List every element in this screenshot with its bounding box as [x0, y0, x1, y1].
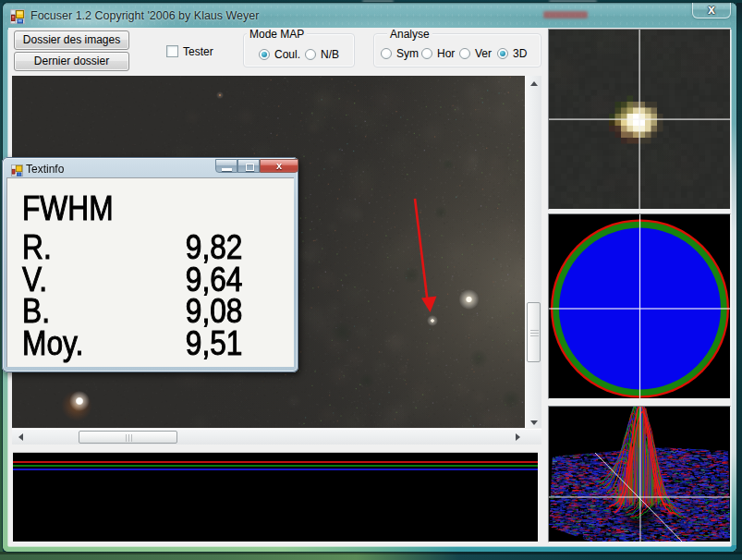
- radio-hor-circle[interactable]: [421, 48, 432, 59]
- profile-line-green: [13, 465, 538, 467]
- minimize-icon: [222, 168, 232, 171]
- radio-coul[interactable]: Coul.: [259, 48, 300, 61]
- horizontal-scrollbar-thumb[interactable]: [79, 431, 177, 444]
- textinfo-window[interactable]: Textinfo x FWHM R. 9,82 V. 9,64 B. 9,08: [2, 157, 298, 372]
- dernier-dossier-button[interactable]: Dernier dossier: [14, 52, 129, 71]
- window-frame-right: [730, 3, 736, 552]
- thumb-grip: [530, 330, 539, 336]
- radio-ver-label: Ver: [475, 47, 492, 60]
- analyse-group-label: Analyse: [387, 28, 432, 41]
- fwhm-row-mean: Moy. 9,51: [22, 328, 242, 360]
- psf-3d-image: [549, 407, 730, 542]
- scroll-left-icon[interactable]: [18, 433, 23, 441]
- fwhm-value: 9,82: [186, 232, 243, 264]
- fwhm-value: 9,64: [186, 264, 243, 297]
- fwhm-heading: FWHM: [22, 189, 242, 228]
- desktop-edge-right: [736, 3, 742, 553]
- close-icon: x: [693, 3, 730, 17]
- scroll-right-icon[interactable]: [516, 433, 520, 441]
- desktop-edge-bottom: [0, 552, 742, 560]
- thumb-grip: [126, 434, 133, 442]
- radio-ver[interactable]: Ver: [459, 47, 492, 60]
- radio-sym[interactable]: Sym: [381, 47, 419, 60]
- minimize-button[interactable]: [215, 159, 237, 173]
- textinfo-client: FWHM R. 9,82 V. 9,64 B. 9,08 Moy. 9,51: [6, 177, 294, 367]
- psf-3d-panel: [548, 406, 731, 542]
- fwhm-label: B.: [22, 296, 50, 328]
- star-zoom-image: [549, 30, 730, 209]
- radio-3d[interactable]: 3D: [497, 47, 527, 60]
- vertical-scrollbar-thumb[interactable]: [527, 302, 541, 362]
- profile-line-red: [13, 461, 538, 463]
- tester-checkbox-label: Tester: [183, 45, 213, 58]
- fwhm-row-red: R. 9,82: [22, 232, 242, 264]
- fwhm-row-green: V. 9,64: [22, 264, 242, 297]
- radio-3d-circle[interactable]: [497, 48, 508, 59]
- fwhm-value: 9,08: [186, 296, 243, 328]
- focus-circle-panel: [548, 213, 731, 399]
- radio-nb[interactable]: N/B: [305, 48, 339, 61]
- window-frame-bottom: [3, 545, 736, 552]
- app-icon: [10, 9, 25, 24]
- radio-coul-label: Coul.: [274, 48, 300, 61]
- horizontal-scrollbar[interactable]: [12, 429, 541, 444]
- background-red-artifact: [543, 11, 588, 18]
- maximize-icon: [246, 164, 254, 171]
- maximize-button[interactable]: [237, 159, 260, 173]
- profile-line-blue: [13, 469, 538, 471]
- window-title: Focuser 1.2 Copyright '2006 by Klaus Wey…: [30, 9, 259, 22]
- mode-map-group: Mode MAP Coul. N/B: [243, 33, 355, 67]
- fwhm-label: R.: [22, 232, 52, 264]
- fwhm-label: V.: [22, 264, 47, 297]
- textinfo-title: Textinfo: [26, 163, 64, 176]
- textinfo-icon: [11, 164, 23, 177]
- rgb-profile-panel: [13, 453, 538, 542]
- radio-hor[interactable]: Hor: [421, 47, 455, 60]
- screen: Focuser 1.2 Copyright '2006 by Klaus Wey…: [0, 0, 742, 560]
- radio-nb-circle[interactable]: [305, 49, 316, 60]
- fwhm-rows: R. 9,82 V. 9,64 B. 9,08 Moy. 9,51: [22, 232, 242, 359]
- radio-ver-circle[interactable]: [459, 48, 470, 59]
- scroll-up-icon[interactable]: [530, 81, 538, 86]
- radio-coul-circle[interactable]: [259, 49, 270, 60]
- analyse-group: Analyse Sym Hor Ver 3D: [373, 33, 541, 67]
- scroll-down-icon[interactable]: [530, 420, 538, 425]
- radio-nb-label: N/B: [321, 48, 339, 61]
- focus-circle-image: [549, 214, 730, 398]
- textinfo-caption-buttons: x: [215, 159, 298, 173]
- radio-3d-label: 3D: [513, 47, 527, 60]
- radio-sym-circle[interactable]: [381, 48, 392, 59]
- fwhm-value: 9,51: [186, 328, 243, 360]
- vertical-scrollbar[interactable]: [525, 76, 541, 428]
- tester-checkbox-row: Tester: [166, 45, 213, 58]
- tester-checkbox[interactable]: [166, 45, 178, 57]
- textinfo-close-button[interactable]: x: [260, 159, 298, 173]
- radio-hor-label: Hor: [437, 47, 455, 60]
- title-bar[interactable]: Focuser 1.2 Copyright '2006 by Klaus Wey…: [3, 3, 736, 28]
- dossier-des-images-button[interactable]: Dossier des images: [14, 30, 129, 50]
- mode-map-group-label: Mode MAP: [247, 28, 307, 41]
- fwhm-label: Moy.: [22, 328, 83, 360]
- fwhm-row-blue: B. 9,08: [22, 296, 242, 328]
- close-button[interactable]: x: [692, 3, 731, 18]
- close-icon: x: [261, 160, 298, 171]
- star-zoom-panel: [548, 29, 731, 210]
- radio-sym-label: Sym: [396, 47, 419, 60]
